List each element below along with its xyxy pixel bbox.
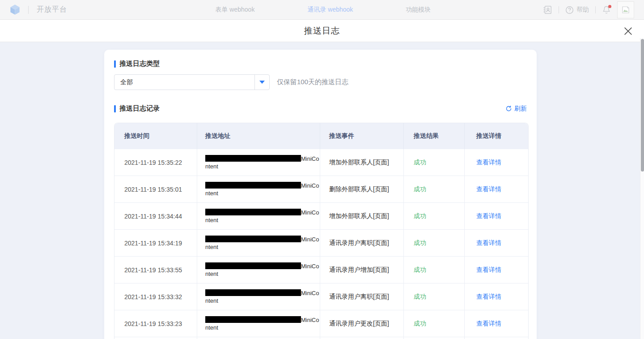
view-detail-link[interactable]: 查看详情 <box>476 293 501 300</box>
push-time-cell: 2021-11-19 15:35:22 <box>114 149 197 176</box>
retention-hint-text: 仅保留100天的推送日志 <box>277 78 348 86</box>
push-result-cell: 成功 <box>404 230 465 257</box>
help-button[interactable]: 帮助 <box>565 6 589 14</box>
avatar-broken-image[interactable] <box>617 1 634 18</box>
app-logo-cube-icon[interactable] <box>9 4 21 16</box>
status-success-text: 成功 <box>414 293 426 300</box>
push-log-table: 推送时间推送地址推送事件推送结果推送详情 2021-11-19 15:35:22… <box>114 123 529 339</box>
push-url-cell: MiniContent <box>197 283 320 310</box>
url-wrapped-text: ntent <box>205 189 319 197</box>
push-event-cell: 增加外部联系人[页面] <box>320 149 404 176</box>
close-icon[interactable] <box>623 26 633 36</box>
log-type-select[interactable]: 全部 <box>114 74 270 90</box>
push-event-cell: 删除外部联系人[页面] <box>320 176 404 203</box>
log-type-section-title: 推送日志类型 <box>119 60 160 68</box>
platform-brand-name: 开放平台 <box>37 5 67 14</box>
redacted-url-bar <box>205 236 301 242</box>
status-success-text: 成功 <box>414 185 426 193</box>
log-type-select-value: 全部 <box>114 78 254 86</box>
vertical-scrollbar-track[interactable] <box>640 38 644 339</box>
log-table-body: 2021-11-19 15:35:22MiniContent增加外部联系人[页面… <box>114 149 528 339</box>
push-result-cell: 成功 <box>404 310 465 337</box>
push-event-cell: 通讯录用户更改[页面] <box>320 310 404 337</box>
push-detail-cell: 查看详情 <box>465 203 528 230</box>
toolbar-divider <box>595 6 596 13</box>
top-tab-0[interactable]: 表单 webhook <box>215 6 254 14</box>
push-time-cell: 2021-11-19 15:34:19 <box>114 230 197 257</box>
push-detail-cell: 查看详情 <box>465 257 528 283</box>
push-url-cell: MiniContent <box>197 203 320 230</box>
url-visible-tail: MiniCo <box>301 155 319 162</box>
view-detail-link[interactable]: 查看详情 <box>476 159 501 166</box>
push-result-cell: 成功 <box>404 149 465 176</box>
push-url-cell: MiniContent <box>197 176 320 203</box>
table-row: 2021-11-19 15:33:32MiniContent通讯录用户离职[页面… <box>114 283 528 310</box>
table-row: 2021-11-19 15:33:23MiniContent通讯录用户更改[页面… <box>114 310 528 337</box>
vertical-scrollbar-thumb[interactable] <box>641 39 644 172</box>
status-success-text: 成功 <box>414 159 426 166</box>
push-event-cell: 通讯录用户增加[页面] <box>320 257 404 283</box>
column-header-3: 推送结果 <box>404 123 465 149</box>
push-detail-cell: 查看详情 <box>465 149 528 176</box>
url-wrapped-text: ntent <box>205 297 319 305</box>
redacted-url-bar <box>205 182 301 189</box>
column-header-4: 推送详情 <box>465 123 528 149</box>
empty-cell <box>197 337 320 339</box>
redacted-url-bar <box>205 316 301 323</box>
empty-cell <box>320 337 404 339</box>
view-detail-link[interactable]: 查看详情 <box>476 239 501 246</box>
brand-divider <box>28 6 29 14</box>
status-success-text: 成功 <box>414 320 426 327</box>
push-detail-cell: 查看详情 <box>465 176 528 203</box>
help-question-icon <box>565 6 574 14</box>
section-accent-bar <box>114 60 116 68</box>
refresh-icon <box>505 105 512 112</box>
top-navigation-bar: 开放平台 表单 webhook通讯录 webhook功能模块 <box>0 0 644 20</box>
toolbar-divider <box>559 6 559 13</box>
push-detail-cell: 查看详情 <box>465 230 528 257</box>
status-success-text: 成功 <box>414 239 426 246</box>
url-visible-tail: MiniCo <box>301 209 319 216</box>
push-event-cell: 通讯录用户离职[页面] <box>320 283 404 310</box>
push-time-cell: 2021-11-19 15:33:32 <box>114 283 197 310</box>
push-url-cell: MiniContent <box>197 310 320 337</box>
modal-title: 推送日志 <box>304 25 340 37</box>
redacted-url-bar <box>205 209 301 215</box>
chevron-down-icon <box>259 81 265 84</box>
view-detail-link[interactable]: 查看详情 <box>476 320 501 327</box>
view-detail-link[interactable]: 查看详情 <box>476 266 501 273</box>
refresh-button[interactable]: 刷新 <box>505 105 527 113</box>
url-wrapped-text: ntent <box>205 324 319 331</box>
push-time-cell: 2021-11-19 15:33:23 <box>114 310 197 337</box>
push-time-cell: 2021-11-19 15:35:01 <box>114 176 197 203</box>
push-time-cell: 2021-11-19 15:33:55 <box>114 257 197 283</box>
table-row: 2021-11-19 15:33:55MiniContent通讯录用户增加[页面… <box>114 257 528 283</box>
log-type-section-header: 推送日志类型 <box>114 60 527 68</box>
push-detail-cell: 查看详情 <box>465 310 528 337</box>
push-result-cell: 成功 <box>404 283 465 310</box>
column-header-0: 推送时间 <box>114 123 197 149</box>
push-event-cell: 增加外部联系人[页面] <box>320 203 404 230</box>
redacted-url-bar <box>205 289 301 296</box>
help-label: 帮助 <box>576 6 589 14</box>
table-row: 2021-11-19 15:34:44MiniContent增加外部联系人[页面… <box>114 203 528 230</box>
empty-cell <box>114 337 197 339</box>
select-arrow-button[interactable] <box>254 75 269 90</box>
push-result-cell: 成功 <box>404 257 465 283</box>
table-row: 2021-11-19 15:35:01MiniContent删除外部联系人[页面… <box>114 176 528 203</box>
notification-bell-icon[interactable] <box>602 5 611 14</box>
modal-header: 推送日志 <box>0 20 644 42</box>
empty-cell <box>465 337 528 339</box>
view-detail-link[interactable]: 查看详情 <box>476 212 501 219</box>
push-result-cell: 成功 <box>404 176 465 203</box>
url-wrapped-text: ntent <box>205 163 319 170</box>
url-wrapped-text: ntent <box>205 216 319 224</box>
push-event-cell: 通讯录用户离职[页面] <box>320 230 404 257</box>
push-log-card: 推送日志类型 全部 仅保留100天的推送日志 推送日志记录 <box>104 50 537 339</box>
top-tab-2[interactable]: 功能模块 <box>406 6 431 14</box>
push-result-cell: 成功 <box>404 203 465 230</box>
top-tab-1[interactable]: 通讯录 webhook <box>307 6 353 14</box>
column-header-2: 推送事件 <box>320 123 404 149</box>
address-book-icon[interactable] <box>542 5 552 15</box>
view-detail-link[interactable]: 查看详情 <box>476 185 501 193</box>
